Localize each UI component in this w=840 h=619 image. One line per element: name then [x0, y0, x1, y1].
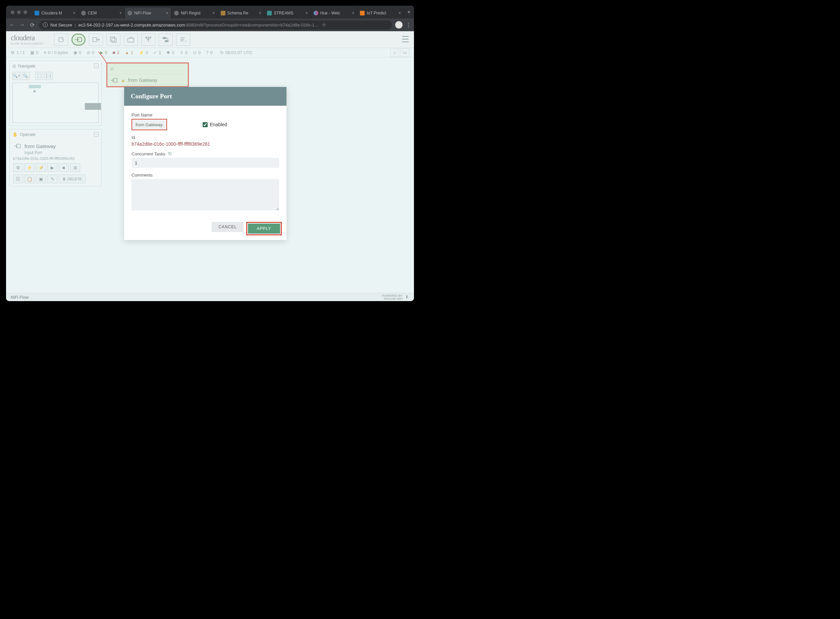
svg-rect-4 — [112, 38, 116, 42]
stop-icon: ■ — [63, 165, 65, 170]
delete-button[interactable]: 🗑DELETE — [59, 175, 85, 183]
status-last-refresh: ↻06:01:07 UTC — [220, 50, 253, 55]
grid-icon: ▦ — [30, 50, 34, 55]
tab-schema[interactable]: Schema Re × — [218, 8, 265, 18]
disable-button[interactable]: ⚡̸ — [36, 163, 46, 172]
close-icon[interactable]: × — [119, 11, 122, 15]
trash-icon: 🗑 — [63, 177, 66, 181]
window-minimize-icon[interactable] — [17, 10, 21, 14]
tool-label-button[interactable] — [176, 34, 190, 46]
hand-icon: ✋ — [12, 132, 18, 137]
collapse-button[interactable]: − — [94, 63, 98, 68]
tab-cem[interactable]: CEM × — [79, 8, 125, 18]
enable-button[interactable]: ⚡ — [24, 163, 34, 172]
url-path: :8080/nifi/?processGroupId=root&componen… — [185, 22, 319, 27]
tab-streams[interactable]: STREAMS × — [264, 8, 311, 18]
tool-funnel-button[interactable] — [141, 34, 155, 46]
disabled-icon: ⚡ — [139, 50, 144, 55]
enabled-checkbox[interactable] — [203, 122, 207, 127]
url-field[interactable]: i Not Secure | ec2-54-202-2-197.us-west-… — [39, 21, 392, 30]
browser-menu-button[interactable]: ⋮ — [406, 22, 411, 28]
tool-template-button[interactable] — [159, 34, 173, 46]
search-icon: ⌕ — [394, 50, 396, 55]
input-port-component[interactable]: ⊘ ▲ from Gateway — [106, 63, 189, 87]
bulletin-button[interactable]: ▭ — [401, 48, 409, 57]
paste-button[interactable]: 📋 — [24, 175, 34, 183]
flash-icon: ⚡ — [27, 165, 32, 170]
copy-button[interactable]: ⿻ — [13, 175, 23, 183]
stop-button[interactable]: ■ — [59, 163, 69, 172]
global-menu-button[interactable]: ☰ — [401, 36, 409, 43]
favicon-icon — [127, 11, 132, 15]
dialog-title: Configure Port — [124, 87, 286, 106]
minimap[interactable] — [12, 82, 98, 123]
id-value: b74a2d8e-016c-1000-ffff-ffff8389e281 — [131, 141, 279, 147]
close-icon[interactable]: × — [352, 11, 354, 15]
back-button[interactable]: ← — [9, 22, 15, 28]
port-name-input[interactable] — [132, 120, 166, 130]
close-icon[interactable]: × — [259, 11, 261, 15]
close-icon[interactable]: × — [212, 11, 215, 15]
navigate-title: Navigate — [18, 63, 35, 69]
tool-output-port-button[interactable] — [89, 34, 103, 46]
tab-cloudera[interactable]: Cloudera M × — [32, 8, 79, 18]
cancel-button[interactable]: CANCEL — [212, 222, 243, 232]
input-port-icon — [110, 77, 118, 84]
tab-nifi-registry[interactable]: NiFi Regist × — [172, 8, 218, 18]
tab-hue[interactable]: Hue - Welc × — [311, 8, 358, 18]
browser-tab-strip: Cloudera M × CEM × NiFi Flow × NiFi Regi… — [6, 6, 414, 18]
favicon-icon — [221, 11, 225, 15]
funnel-icon — [144, 36, 152, 43]
process-group-icon — [109, 36, 118, 43]
status-stale: ⇧0 — [180, 50, 188, 55]
forward-button[interactable]: → — [19, 22, 25, 28]
window-zoom-icon[interactable] — [24, 10, 27, 14]
zoom-out-button[interactable]: 🔍- — [22, 72, 30, 80]
new-tab-button[interactable]: + — [404, 9, 414, 15]
start-button[interactable]: ▶ — [47, 163, 57, 172]
zoom-actual-button[interactable]: │·│ — [45, 72, 53, 80]
close-icon[interactable]: × — [73, 11, 76, 15]
concurrent-tasks-input[interactable] — [131, 158, 279, 168]
group-button[interactable]: ▣ — [36, 175, 46, 183]
window-close-icon[interactable] — [11, 10, 15, 14]
favicon-icon — [360, 11, 365, 15]
check-icon: ✓ — [153, 50, 157, 55]
color-button[interactable]: ✎ — [47, 175, 57, 183]
tool-process-group-button[interactable] — [106, 34, 121, 46]
close-icon[interactable]: × — [398, 11, 401, 15]
apply-button[interactable]: APPLY — [248, 224, 280, 234]
breadcrumb-root[interactable]: NiFi Flow — [11, 295, 28, 300]
close-icon[interactable]: × — [166, 11, 169, 15]
operate-title: Operate — [20, 132, 36, 137]
no-transmit-icon: ⊘ — [110, 66, 114, 72]
queue-icon: ≡ — [44, 50, 47, 55]
profile-avatar-icon[interactable] — [395, 21, 403, 28]
close-icon[interactable]: × — [306, 11, 308, 15]
collapse-button[interactable]: − — [94, 132, 98, 137]
info-icon[interactable]: i — [43, 22, 48, 27]
favicon-icon — [34, 11, 39, 15]
zoom-in-button[interactable]: 🔍+ — [12, 72, 21, 80]
search-button[interactable]: ⌕ — [391, 48, 399, 57]
tab-nifi-flow[interactable]: NiFi Flow × — [125, 8, 172, 18]
tool-remote-process-group-button[interactable] — [124, 34, 138, 46]
svg-rect-10 — [165, 40, 169, 42]
bookmark-icon[interactable]: ☆ — [322, 22, 326, 28]
configure-button[interactable]: ⚙ — [13, 163, 23, 172]
svg-rect-9 — [163, 37, 166, 39]
enabled-checkbox-label[interactable]: Enabled — [203, 122, 227, 127]
zoom-fit-button[interactable]: ⛶ — [35, 72, 43, 80]
processor-icon — [57, 36, 65, 43]
template-button[interactable]: ⊞ — [70, 163, 80, 172]
tool-processor-button[interactable] — [54, 34, 68, 46]
tab-label: Cloudera M — [41, 11, 71, 15]
tab-iot[interactable]: IoT Predict × — [357, 8, 404, 18]
no-transmit-icon: ⊘ — [87, 50, 90, 55]
enabled-text: Enabled — [210, 122, 227, 127]
reload-button[interactable]: ⟳ — [29, 22, 36, 28]
comments-input[interactable] — [131, 179, 279, 211]
canvas[interactable]: ⊘ ▲ from Gateway Configure Port Port Nam… — [105, 57, 414, 293]
help-icon[interactable]: ?⃝ — [168, 151, 172, 156]
tool-input-port-button[interactable] — [72, 34, 85, 46]
